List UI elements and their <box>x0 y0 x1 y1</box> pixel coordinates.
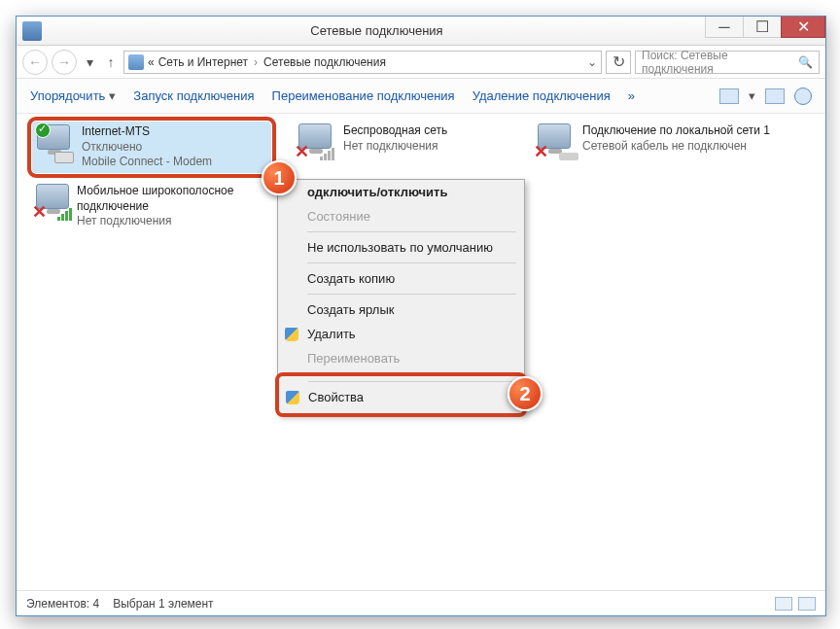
search-box[interactable]: Поиск: Сетевые подключения 🔍 <box>635 51 820 74</box>
location-icon <box>128 54 144 70</box>
connection-icon: ✕ <box>298 123 335 160</box>
more-commands[interactable]: » <box>628 88 635 103</box>
view-dropdown[interactable]: ▾ <box>749 88 755 103</box>
close-button[interactable]: ✕ <box>781 17 825 38</box>
shield-icon <box>285 328 298 341</box>
connection-name: Мобильное широкополосное подключение <box>77 184 267 214</box>
menu-create-copy[interactable]: Создать копию <box>278 266 524 291</box>
signal-icon <box>57 208 72 221</box>
delete-connection-button[interactable]: Удаление подключения <box>472 88 611 103</box>
connection-status: Нет подключения <box>343 139 447 155</box>
connection-device: Mobile Connect - Modem <box>82 155 212 170</box>
address-dropdown[interactable]: ⌄ <box>587 55 597 69</box>
refresh-button[interactable]: ↻ <box>606 51 631 74</box>
breadcrumb-item[interactable]: Сетевые подключения <box>263 55 386 69</box>
breadcrumb-item[interactable]: Сеть и Интернет <box>158 55 248 69</box>
organize-menu[interactable]: Упорядочить▾ <box>30 88 116 103</box>
menu-separator <box>307 262 516 263</box>
address-bar[interactable]: « Сеть и Интернет › Сетевые подключения … <box>123 51 602 74</box>
menu-separator <box>308 381 515 382</box>
highlight-annotation: Свойства <box>275 372 527 417</box>
connection-status: Сетевой кабель не подключен <box>582 139 770 155</box>
status-x-icon: ✕ <box>295 141 309 162</box>
signal-icon <box>320 148 334 160</box>
nav-bar: ← → ▾ ↑ « Сеть и Интернет › Сетевые подк… <box>17 46 825 79</box>
tiles-view-icon[interactable] <box>798 597 816 611</box>
forward-button[interactable]: → <box>52 50 77 75</box>
connection-internet-mts[interactable]: Internet-MTS Отключено Mobile Connect - … <box>30 120 273 175</box>
details-view-icon[interactable] <box>775 597 792 611</box>
explorer-window: Сетевые подключения ─ ☐ ✕ ← → ▾ ↑ « Сеть… <box>16 16 826 616</box>
connection-name: Internet-MTS <box>82 124 212 140</box>
callout-2: 2 <box>508 376 542 411</box>
rename-connection-button[interactable]: Переименование подключения <box>272 88 455 103</box>
status-x-icon: ✕ <box>534 141 548 162</box>
connection-icon <box>37 124 74 161</box>
breadcrumb-prefix: « <box>148 55 155 69</box>
connection-status: Нет подключения <box>77 214 267 229</box>
search-placeholder: Поиск: Сетевые подключения <box>642 49 798 76</box>
status-x-icon: ✕ <box>32 201 47 223</box>
menu-rename: Переименовать <box>278 346 524 370</box>
connection-name: Беспроводная сеть <box>343 123 447 139</box>
command-bar: Упорядочить▾ Запуск подключения Переимен… <box>17 79 825 114</box>
connection-lan[interactable]: ✕ Подключение по локальной сети 1 Сетево… <box>532 120 804 164</box>
modem-icon <box>54 152 74 163</box>
app-icon <box>22 21 42 41</box>
menu-state: Состояние <box>278 204 524 228</box>
up-button[interactable]: ↑ <box>102 54 120 70</box>
menu-separator <box>307 294 516 295</box>
history-dropdown[interactable]: ▾ <box>81 54 98 70</box>
menu-properties[interactable]: Свойства <box>279 385 523 409</box>
connection-icon: ✕ <box>538 123 575 160</box>
preview-pane-icon[interactable] <box>765 88 785 104</box>
titlebar: Сетевые подключения ─ ☐ ✕ <box>17 17 825 46</box>
back-button[interactable]: ← <box>22 50 48 75</box>
status-ok-icon <box>35 122 51 138</box>
menu-separator <box>307 231 516 232</box>
cable-icon <box>559 153 578 160</box>
start-connection-button[interactable]: Запуск подключения <box>133 88 254 103</box>
help-icon[interactable] <box>794 87 812 105</box>
connection-mobile-broadband[interactable]: ✕ Мобильное широкополосное подключение Н… <box>30 180 273 233</box>
connection-wireless[interactable]: ✕ Беспроводная сеть Нет подключения <box>293 120 536 164</box>
item-count: Элементов: 4 <box>26 597 99 611</box>
connection-status: Отключено <box>82 140 212 156</box>
menu-no-default[interactable]: Не использовать по умолчанию <box>278 235 524 260</box>
search-icon: 🔍 <box>798 55 813 69</box>
selection-count: Выбран 1 элемент <box>113 597 213 611</box>
view-options-icon[interactable] <box>719 88 739 104</box>
shield-icon <box>286 391 299 404</box>
menu-create-shortcut[interactable]: Создать ярлык <box>278 297 524 322</box>
status-bar: Элементов: 4 Выбран 1 элемент <box>17 590 825 615</box>
menu-delete[interactable]: Удалить <box>278 322 524 346</box>
callout-1: 1 <box>262 160 297 195</box>
minimize-button[interactable]: ─ <box>705 17 744 38</box>
connection-icon: ✕ <box>36 184 69 221</box>
connection-name: Подключение по локальной сети 1 <box>582 123 770 139</box>
menu-connect[interactable]: одключить/отключить <box>278 180 524 204</box>
window-title: Сетевые подключения <box>48 23 706 38</box>
maximize-button[interactable]: ☐ <box>743 17 782 38</box>
context-menu: одключить/отключить Состояние Не использ… <box>277 179 525 415</box>
breadcrumb-sep: › <box>252 55 260 69</box>
